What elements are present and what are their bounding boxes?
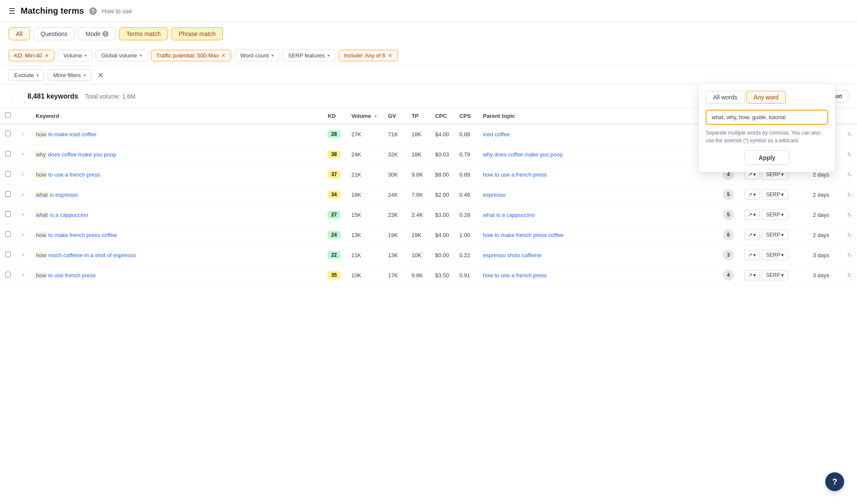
trend-button[interactable]: ↗ ▾ (744, 189, 760, 200)
serp-button[interactable]: SERP ▾ (761, 189, 788, 200)
row-time: 2 days (808, 185, 842, 205)
keyword-link[interactable]: how much caffeine in a shot of espresso (36, 252, 136, 258)
keyword-link[interactable]: how to make french press coffee (36, 232, 117, 238)
row-refresh: ↻ (842, 225, 857, 245)
row-checkbox[interactable] (5, 211, 11, 217)
filter-serp-features[interactable]: SERP features ▾ (283, 50, 335, 61)
refresh-icon[interactable]: ↻ (847, 232, 852, 238)
row-keyword: how to make iced coffee (30, 124, 322, 144)
refresh-icon[interactable]: ↻ (847, 272, 852, 279)
row-cpc: $3.00 (430, 205, 454, 225)
action-group: ↗ ▾ SERP ▾ (744, 230, 803, 240)
row-checkbox[interactable] (5, 231, 11, 237)
row-status: ✓ (16, 225, 30, 245)
filter-word-count[interactable]: Word count ▾ (235, 50, 279, 61)
row-gv: 13K (383, 245, 406, 265)
col-header-volume[interactable]: Volume ▼ (346, 108, 383, 124)
row-checkbox[interactable] (5, 171, 11, 177)
clear-filters-button[interactable]: ✕ (95, 70, 106, 81)
serp-button[interactable]: SERP ▾ (761, 230, 788, 240)
parent-topic-link[interactable]: how to make french press coffee (483, 232, 563, 238)
keyword-link[interactable]: what is a cappuccino (36, 212, 88, 218)
tab-terms-match[interactable]: Terms match (119, 27, 168, 40)
row-keyword: what is a cappuccino (30, 205, 322, 225)
filter-include[interactable]: Include: Any of 6 ✕ (339, 50, 398, 61)
mode-help-icon[interactable]: ? (102, 31, 108, 37)
row-time: 3 days (808, 265, 842, 285)
filter-more[interactable]: More filters ▾ (48, 69, 91, 81)
keyword-link[interactable]: how to use a french press (36, 171, 100, 178)
row-keyword: how to use french press (30, 265, 322, 285)
how-to-use-link[interactable]: How to use (102, 8, 132, 15)
parent-topic-link[interactable]: why does coffee make you poop (483, 151, 562, 158)
tab-questions[interactable]: Questions (33, 27, 75, 40)
row-parent-topic: espresso shots caffeine (478, 245, 718, 265)
tab-mode[interactable]: Mode ? (78, 27, 116, 40)
refresh-icon[interactable]: ↻ (847, 171, 852, 178)
filter-kd[interactable]: KD: Min-40 ✕ (9, 50, 54, 61)
row-checkbox[interactable] (5, 151, 11, 156)
filter-exclude[interactable]: Exclude ▾ (9, 69, 44, 81)
keyword-link[interactable]: why does coffee make you poop (36, 151, 116, 158)
row-refresh: ↻ (842, 245, 857, 265)
menu-icon[interactable]: ☰ (9, 6, 15, 16)
parent-topic-link[interactable]: iced coffee (483, 131, 510, 138)
trend-button[interactable]: ↗ ▾ (744, 270, 760, 280)
col-header-cpc: CPC (430, 108, 454, 124)
parent-topic-link[interactable]: how to use a french press (483, 171, 547, 178)
select-all-checkbox[interactable] (5, 112, 11, 118)
keyword-link[interactable]: how to make iced coffee (36, 131, 96, 138)
trend-button[interactable]: ↗ ▾ (744, 250, 760, 260)
row-checkbox-cell (0, 245, 16, 265)
col-header-gv: GV (383, 108, 406, 124)
serp-button[interactable]: SERP ▾ (761, 210, 788, 220)
row-cpc: $0.03 (430, 144, 454, 165)
serp-button[interactable]: SERP ▾ (761, 270, 788, 280)
row-tp: 18K (406, 124, 430, 144)
include-keywords-input[interactable] (706, 110, 828, 125)
parent-topic-link[interactable]: how to use a french press (483, 272, 547, 279)
row-actions: ↗ ▾ SERP ▾ (739, 225, 808, 245)
filter-kd-close[interactable]: ✕ (45, 53, 49, 59)
filter-global-volume[interactable]: Global volume ▾ (96, 50, 147, 61)
row-checkbox[interactable] (5, 272, 11, 277)
tab-all[interactable]: All (9, 27, 30, 40)
row-checkbox[interactable] (5, 191, 11, 197)
filter-tp-close[interactable]: ✕ (221, 53, 226, 59)
row-keyword: how to make french press coffee (30, 225, 322, 245)
refresh-icon[interactable]: ↻ (847, 192, 852, 198)
row-time: 2 days (808, 205, 842, 225)
popup-tab-any-word[interactable]: Any word (746, 91, 786, 104)
keyword-link[interactable]: what is espresso (36, 192, 78, 198)
row-checkbox-cell (0, 265, 16, 285)
popup-apply-button[interactable]: Apply (745, 150, 790, 165)
row-sf: 5 (718, 185, 739, 205)
keyword-link[interactable]: how to use french press (36, 272, 96, 279)
word-count-chevron: ▾ (271, 53, 274, 58)
trend-button[interactable]: ↗ ▾ (744, 230, 760, 240)
filter-traffic-potential[interactable]: Traffic potential: 500-Max ✕ (151, 50, 232, 61)
filter-include-close[interactable]: ✕ (388, 53, 392, 59)
trend-button[interactable]: ↗ ▾ (744, 210, 760, 220)
filter-volume[interactable]: Volume ▾ (58, 50, 92, 61)
popup-hint: Separate multiple words by commas. You c… (706, 129, 828, 144)
row-checkbox[interactable] (5, 131, 11, 136)
refresh-icon[interactable]: ↻ (847, 151, 852, 158)
help-icon[interactable]: ? (89, 7, 97, 15)
row-gv: 23K (383, 205, 406, 225)
parent-topic-link[interactable]: what is a cappuccino (483, 212, 535, 218)
tab-phrase-match[interactable]: Phrase match (171, 27, 223, 40)
popup-tab-all-words[interactable]: All words (706, 91, 745, 104)
page-title: Matching terms (21, 6, 84, 16)
row-checkbox-cell (0, 225, 16, 245)
row-checkbox[interactable] (5, 252, 11, 257)
refresh-icon[interactable]: ↻ (847, 212, 852, 218)
parent-topic-link[interactable]: espresso shots caffeine (483, 252, 541, 258)
row-kd: 37 (322, 165, 346, 185)
parent-topic-link[interactable]: espresso (483, 192, 505, 198)
refresh-icon[interactable]: ↻ (847, 131, 852, 138)
serp-button[interactable]: SERP ▾ (761, 250, 788, 260)
help-fab-button[interactable]: ? (825, 472, 844, 491)
refresh-icon[interactable]: ↻ (847, 252, 852, 258)
row-time: 3 days (808, 245, 842, 265)
